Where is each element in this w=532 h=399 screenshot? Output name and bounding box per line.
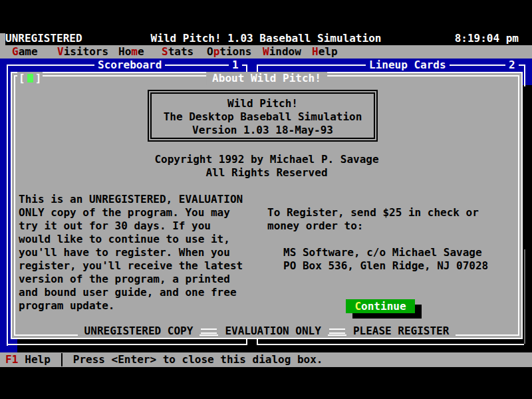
lineup-window-border-right-shadowed [524,249,525,344]
menu-label: Ho [118,45,131,58]
lineup-window-title[interactable]: Lineup Cards [366,59,450,72]
menu-bar: Game Visitors Home Stats Options Window … [0,45,532,59]
menu-item-options[interactable]: Options [207,45,251,59]
evaluation-notice-text: This is an UNREGISTERED, EVALUATION ONLY… [19,193,243,313]
register-address-text: MS Software, c/o Michael Savage PO Box 5… [283,246,488,273]
help-hotkey[interactable]: F1 [5,352,18,367]
menu-label: ame [19,45,38,58]
menu-hotkey: V [57,45,64,58]
about-info-box: Wild Pitch! The Desktop Baseball Simulat… [148,90,378,142]
menu-label: O [207,45,213,58]
app-title-bar: UNREGISTERED Wild Pitch! 1.03 Baseball S… [0,32,532,45]
menu-label: indow [269,45,301,58]
about-dialog: [] About Wild Pitch! Wild Pitch! The Des… [11,72,523,339]
dos-screen: UNREGISTERED Wild Pitch! 1.03 Baseball S… [0,0,532,399]
lineup-window-border-bottom [258,344,524,345]
menu-item-home[interactable]: Home [118,45,144,59]
menu-label: e [138,45,144,58]
close-glyph-icon [27,74,33,82]
menu-item-stats[interactable]: Stats [162,45,194,59]
about-line-title: Wild Pitch! [149,97,376,110]
scoreboard-window-border-bottom [8,344,247,345]
register-instructions-text: To Register, send $25 in check or money … [267,206,479,233]
status-divider [61,353,63,366]
dialog-close-button[interactable]: [] [17,72,43,85]
copyright-line: Copyright 1992 by Michael P. Savage [12,153,521,166]
scoreboard-window-title[interactable]: Scoreboard [94,59,165,72]
menu-item-window[interactable]: Window [263,45,301,59]
footer-evaluation-text: EVALUATION ONLY [218,325,328,338]
menu-label: tats [168,45,194,58]
continue-button-hotkey: C [354,300,361,313]
footer-register-text: PLEASE REGISTER [346,325,456,338]
scoreboard-window-border-left [7,65,8,346]
menu-hotkey: S [162,45,168,58]
app-title: Wild Pitch! 1.03 Baseball Simulation [151,32,382,45]
footer-unregistered-text: UNREGISTERED COPY [78,325,200,338]
scoreboard-window-number[interactable]: 1 [229,59,242,72]
menu-label: tions [219,45,251,58]
dialog-title: About Wild Pitch! [206,72,327,85]
dialog-footer-banner: UNREGISTERED COPY EVALUATION ONLY PLEASE… [12,325,521,338]
menu-hotkey: W [263,45,269,58]
clock-text: 8:19:04 pm [455,32,519,45]
lineup-window-border-right-top [524,65,525,86]
menu-hotkey: G [12,45,19,58]
menu-label: isitors [64,45,108,58]
lineup-window-number[interactable]: 2 [505,59,519,72]
footer-separator-line [329,329,345,334]
footer-separator-line [201,329,217,334]
continue-button-label: ontinue [361,300,406,313]
status-message: Press <Enter> to close this dialog box. [73,352,323,367]
menu-hotkey: p [213,45,220,58]
menu-hotkey: m [131,45,138,58]
menu-hotkey: H [312,45,319,58]
status-bar: F1 Help Press <Enter> to close this dial… [0,352,532,367]
menu-label: elp [319,45,338,58]
rights-line: All Rights Reserved [12,166,521,180]
about-line-subtitle: The Desktop Baseball Simulation [149,110,376,124]
menu-item-help[interactable]: Help [312,45,338,59]
help-hotkey-label[interactable]: Help [25,352,51,367]
about-line-version: Version 1.03 18-May-93 [149,124,376,137]
menu-item-visitors[interactable]: Visitors [57,45,108,59]
screen-edge-artifact [0,33,5,45]
copyright-block: Copyright 1992 by Michael P. Savage All … [12,153,521,180]
dialog-shadow-bottom [17,339,532,352]
registration-status-text: UNREGISTERED [5,32,82,45]
menu-item-game[interactable]: Game [12,45,38,59]
continue-button[interactable]: Continue [346,299,415,313]
